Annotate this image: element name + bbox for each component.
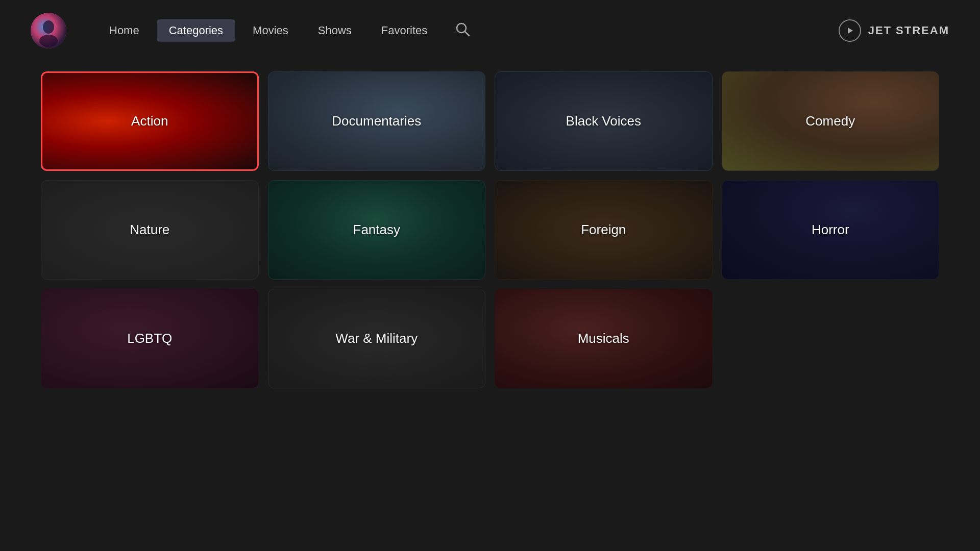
logo[interactable]: [31, 13, 66, 48]
category-label-foreign: Foreign: [581, 222, 626, 238]
categories-grid: Action Documentaries Black Voices Comedy…: [41, 71, 939, 388]
brand-name: JET STREAM: [868, 24, 949, 37]
category-label-war-military: War & Military: [335, 331, 418, 346]
nav-shows[interactable]: Shows: [306, 19, 364, 42]
svg-point-2: [39, 35, 58, 47]
category-card-comedy[interactable]: Comedy: [722, 71, 940, 171]
category-label-nature: Nature: [130, 222, 169, 238]
category-label-fantasy: Fantasy: [353, 222, 401, 238]
grid-empty-cell: [722, 289, 940, 388]
svg-line-4: [465, 32, 469, 36]
category-card-nature[interactable]: Nature: [41, 180, 259, 280]
category-card-war-military[interactable]: War & Military: [268, 289, 486, 388]
nav-home[interactable]: Home: [97, 19, 152, 42]
category-card-lgbtq[interactable]: LGBTQ: [41, 289, 259, 388]
nav-categories[interactable]: Categories: [157, 19, 235, 42]
svg-point-1: [43, 20, 54, 34]
brand-play-icon: [839, 19, 861, 42]
svg-marker-5: [848, 28, 853, 34]
category-card-black-voices[interactable]: Black Voices: [495, 71, 713, 171]
categories-grid-container: Action Documentaries Black Voices Comedy…: [0, 61, 980, 409]
category-label-action: Action: [131, 113, 168, 129]
category-label-black-voices: Black Voices: [566, 113, 641, 129]
category-card-action[interactable]: Action: [41, 71, 259, 171]
category-label-musicals: Musicals: [578, 331, 629, 346]
brand: JET STREAM: [839, 19, 949, 42]
nav-links: Home Categories Movies Shows Favorites: [97, 19, 839, 42]
category-card-documentaries[interactable]: Documentaries: [268, 71, 486, 171]
navigation: Home Categories Movies Shows Favorites J…: [0, 0, 980, 61]
nav-movies[interactable]: Movies: [240, 19, 301, 42]
category-label-comedy: Comedy: [805, 113, 855, 129]
category-label-horror: Horror: [812, 222, 849, 238]
category-label-documentaries: Documentaries: [332, 113, 421, 129]
category-label-lgbtq: LGBTQ: [127, 331, 172, 346]
nav-favorites[interactable]: Favorites: [369, 19, 439, 42]
search-icon[interactable]: [455, 21, 470, 40]
category-card-horror[interactable]: Horror: [722, 180, 940, 280]
category-card-foreign[interactable]: Foreign: [495, 180, 713, 280]
category-card-musicals[interactable]: Musicals: [495, 289, 713, 388]
category-card-fantasy[interactable]: Fantasy: [268, 180, 486, 280]
